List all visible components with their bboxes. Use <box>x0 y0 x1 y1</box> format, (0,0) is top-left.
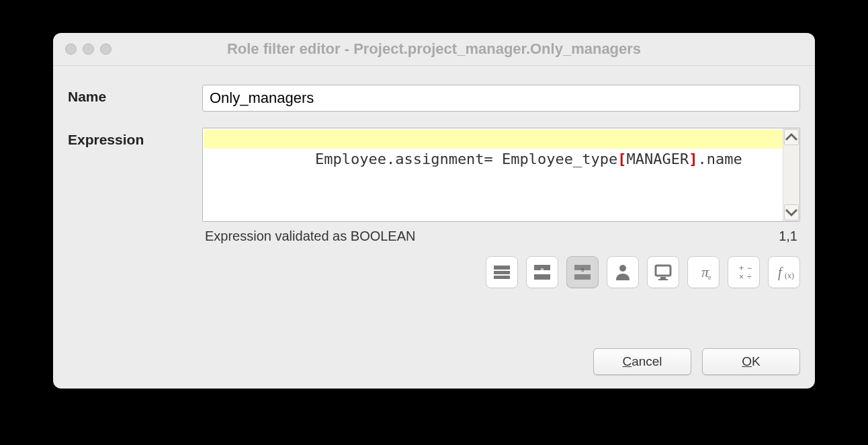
role-filter-dialog: Role filter editor - Project.project_man… <box>53 33 815 389</box>
name-input[interactable] <box>202 85 800 112</box>
string-icon[interactable]: s <box>566 256 599 288</box>
svg-rect-1 <box>494 271 510 274</box>
window-title: Role filter editor - Project.project_man… <box>62 40 806 58</box>
name-row: Name <box>68 85 800 112</box>
scroll-down-icon[interactable] <box>784 204 799 220</box>
name-label: Name <box>68 85 202 105</box>
expression-label: Expression <box>68 128 202 148</box>
expression-toolbar: e s πe +−×÷ <box>202 256 800 288</box>
cancel-mnemonic: C <box>622 354 632 369</box>
close-icon[interactable] <box>65 44 77 55</box>
person-icon[interactable] <box>607 256 639 288</box>
svg-text:−: − <box>747 264 752 273</box>
svg-text:(x): (x) <box>785 271 794 280</box>
svg-text:e: e <box>540 266 544 273</box>
rows-icon[interactable] <box>486 256 518 288</box>
scroll-up-icon[interactable] <box>784 129 799 145</box>
vertical-scrollbar[interactable] <box>783 128 799 221</box>
expression-row: Expression Employee.assignment= Employee… <box>68 128 800 288</box>
monitor-icon[interactable] <box>647 256 679 288</box>
titlebar: Role filter editor - Project.project_man… <box>53 33 815 66</box>
svg-rect-10 <box>656 266 670 276</box>
svg-text:s: s <box>581 266 584 273</box>
ok-rest: K <box>752 354 761 369</box>
function-icon[interactable]: f(x) <box>768 256 800 288</box>
svg-text:e: e <box>708 274 711 281</box>
svg-text:×: × <box>739 272 744 282</box>
dialog-content: Name Expression Employee.assignment= Emp… <box>53 66 815 305</box>
svg-rect-12 <box>658 279 668 280</box>
validation-message: Expression validated as BOOLEAN <box>205 229 416 244</box>
svg-text:+: + <box>739 264 744 273</box>
svg-rect-0 <box>494 266 510 270</box>
expr-part1: Employee.assignment= Employee_type <box>315 151 617 167</box>
expression-editor[interactable]: Employee.assignment= Employee_type[MANAG… <box>202 128 800 222</box>
status-row: Expression validated as BOOLEAN 1,1 <box>202 229 800 244</box>
svg-text:÷: ÷ <box>747 272 752 282</box>
expr-lbracket: [ <box>617 151 626 167</box>
svg-rect-7 <box>574 274 591 280</box>
window-controls <box>65 44 112 55</box>
svg-rect-4 <box>534 274 550 280</box>
expression-text[interactable]: Employee.assignment= Employee_type[MANAG… <box>203 128 783 221</box>
expr-rbracket: ] <box>689 151 697 167</box>
expr-part2: .name <box>698 151 742 167</box>
svg-text:f: f <box>778 265 783 280</box>
cancel-button[interactable]: Cancel <box>593 348 691 375</box>
cancel-rest: ancel <box>632 354 662 369</box>
dialog-buttons: Cancel OK <box>593 348 800 375</box>
operators-icon[interactable]: +−×÷ <box>728 256 760 288</box>
ok-mnemonic: O <box>742 354 752 369</box>
entity-icon[interactable]: e <box>526 256 558 288</box>
expr-token: MANAGER <box>627 151 689 167</box>
svg-rect-2 <box>494 276 510 279</box>
svg-point-9 <box>619 265 626 272</box>
ok-button[interactable]: OK <box>702 348 800 375</box>
svg-rect-11 <box>660 277 666 279</box>
cursor-position: 1,1 <box>779 229 797 244</box>
pi-icon[interactable]: πe <box>687 256 720 288</box>
zoom-icon[interactable] <box>100 44 112 55</box>
minimize-icon[interactable] <box>83 44 94 55</box>
